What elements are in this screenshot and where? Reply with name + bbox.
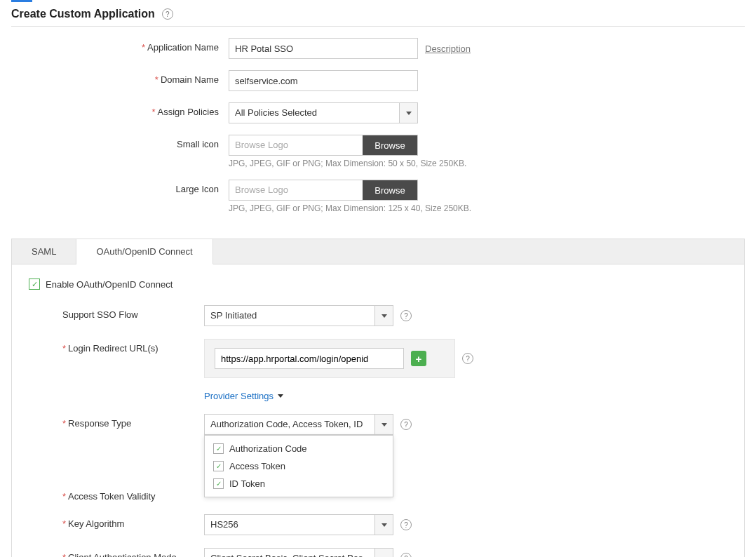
caret-down-icon: [278, 394, 283, 398]
enable-oauth-checkbox[interactable]: [29, 278, 40, 290]
small-icon-hint: JPG, JPEG, GIF or PNG; Max Dimension: 50…: [229, 159, 466, 168]
help-icon[interactable]: ?: [400, 310, 412, 321]
tab-saml[interactable]: SAML: [12, 239, 76, 264]
domain-name-label: *Domain Name: [11, 70, 229, 85]
key-algorithm-select[interactable]: HS256: [204, 514, 393, 535]
support-flow-select[interactable]: SP Initiated: [204, 305, 393, 326]
auth-tabs: SAML OAuth/OpenID Connect Enable OAuth/O…: [11, 239, 745, 557]
login-url-label: *Login Redirect URL(s): [29, 339, 204, 354]
small-icon-label: Small icon: [11, 135, 229, 149]
key-algorithm-value: HS256: [205, 515, 374, 535]
assign-policies-select[interactable]: All Policies Selected: [229, 102, 418, 123]
chevron-down-icon[interactable]: [374, 306, 393, 326]
small-icon-placeholder: Browse Logo: [229, 135, 363, 155]
login-url-box: +: [204, 339, 455, 378]
response-option-id-token[interactable]: ID Token: [205, 475, 393, 492]
page-title: Create Custom Application: [11, 8, 155, 20]
help-icon[interactable]: ?: [400, 419, 412, 430]
checkbox-icon: [213, 461, 224, 471]
response-type-menu: Authorization Code Access Token ID Token: [204, 435, 393, 497]
domain-name-input[interactable]: [229, 70, 418, 91]
large-icon-placeholder: Browse Logo: [229, 180, 363, 200]
browse-button[interactable]: Browse: [363, 135, 417, 155]
provider-settings-toggle[interactable]: Provider Settings: [204, 391, 283, 401]
login-url-input[interactable]: [215, 348, 404, 369]
support-flow-label: Support SSO Flow: [29, 305, 204, 320]
tab-bar: SAML OAuth/OpenID Connect: [12, 239, 744, 264]
help-icon[interactable]: ?: [462, 353, 473, 364]
checkbox-icon: [213, 478, 224, 489]
chevron-down-icon[interactable]: [374, 415, 393, 434]
help-icon[interactable]: ?: [400, 553, 412, 557]
add-url-button[interactable]: +: [411, 351, 426, 366]
large-icon-hint: JPG, JPEG, GIF or PNG; Max Dimension: 12…: [229, 203, 471, 213]
chevron-down-icon[interactable]: [399, 103, 417, 123]
response-type-value: Authorization Code, Access Token, ID: [205, 415, 374, 434]
tab-body-oauth: Enable OAuth/OpenID Connect Support SSO …: [12, 264, 744, 557]
response-type-select[interactable]: Authorization Code, Access Token, ID: [204, 414, 393, 435]
basic-form: *Application Name Description *Domain Na…: [11, 27, 745, 239]
response-type-label: *Response Type: [29, 414, 204, 429]
large-icon-label: Large Icon: [11, 180, 229, 194]
app-name-label: *Application Name: [11, 38, 229, 53]
access-token-validity-label: *Access Token Validity: [29, 487, 204, 502]
help-icon[interactable]: ?: [400, 519, 412, 530]
page-header: Create Custom Application ?: [11, 2, 745, 27]
support-flow-value: SP Initiated: [205, 306, 374, 326]
key-algorithm-label: *Key Algorithm: [29, 514, 204, 529]
description-link[interactable]: Description: [425, 43, 471, 54]
assign-policies-label: *Assign Policies: [11, 102, 229, 117]
help-icon[interactable]: ?: [162, 8, 173, 20]
app-name-input[interactable]: [229, 38, 418, 59]
browse-button[interactable]: Browse: [363, 180, 417, 200]
chevron-down-icon[interactable]: [374, 515, 393, 535]
response-option-auth-code[interactable]: Authorization Code: [205, 440, 393, 457]
large-icon-file[interactable]: Browse Logo Browse: [229, 180, 418, 201]
client-auth-label: *Client Authentication Mode: [29, 548, 204, 557]
chevron-down-icon[interactable]: [374, 549, 393, 557]
tab-oauth[interactable]: OAuth/OpenID Connect: [76, 239, 212, 264]
enable-oauth-label: Enable OAuth/OpenID Connect: [46, 279, 173, 290]
assign-policies-value: All Policies Selected: [229, 103, 399, 123]
client-auth-select[interactable]: Client Secret Basic, Client Secret Pos: [204, 548, 393, 557]
response-option-access-token[interactable]: Access Token: [205, 457, 393, 475]
checkbox-icon: [213, 443, 224, 454]
small-icon-file[interactable]: Browse Logo Browse: [229, 135, 418, 156]
client-auth-value: Client Secret Basic, Client Secret Pos: [205, 549, 374, 557]
